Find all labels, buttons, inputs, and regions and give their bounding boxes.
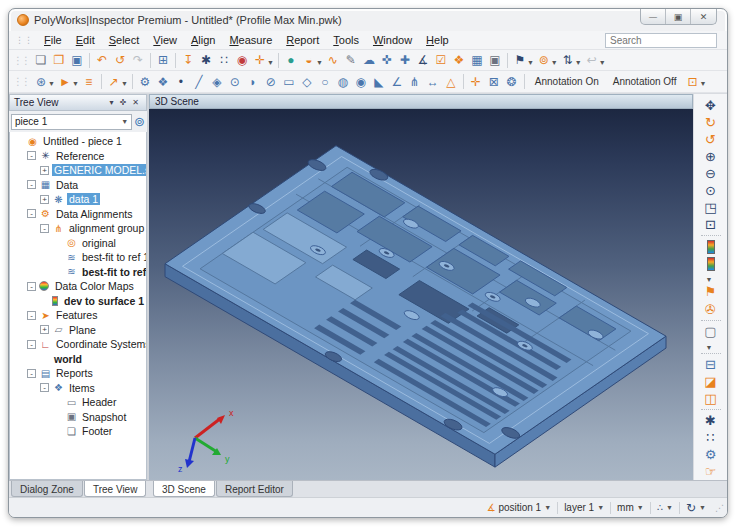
tree-item-footer[interactable]: ❏Footer xyxy=(10,424,146,439)
tree-expander-icon[interactable]: - xyxy=(40,383,49,392)
gauge-icon[interactable]: ◉ xyxy=(233,52,251,69)
tree-expander-icon[interactable]: - xyxy=(27,180,36,189)
menu-help[interactable]: Help xyxy=(419,32,456,48)
rotate-icon[interactable]: ↻ xyxy=(701,114,721,131)
curve-measure-icon[interactable]: ∿ xyxy=(324,52,342,69)
workspace-manager-icon[interactable]: ⊞ xyxy=(154,52,172,69)
toolbar-grip[interactable]: ⋮⋮ xyxy=(13,55,29,66)
tab-dialog-zone[interactable]: Dialog Zone xyxy=(11,481,83,497)
refresh-selector[interactable]: ↻ ▼ xyxy=(682,500,710,516)
tree-item-header[interactable]: ▭Header xyxy=(10,395,146,410)
tree-item-data[interactable]: -▦Data xyxy=(10,178,146,193)
digitize-mode-icon[interactable]: ∷ xyxy=(701,429,721,446)
chevron-down-icon[interactable]: ▼ xyxy=(72,80,79,87)
ellipse-feature-icon[interactable]: ○ xyxy=(316,73,334,90)
color-scale-edit-icon[interactable] xyxy=(701,255,721,272)
tree-expander-icon[interactable]: - xyxy=(27,151,36,160)
tree-item-coordinate-systems[interactable]: -∟Coordinate Systems xyxy=(10,337,146,352)
tree-item-best-fit-to-ref-1[interactable]: ≋best-fit to ref 1 xyxy=(10,250,146,265)
surface-feature-icon[interactable]: ◗ xyxy=(244,73,262,90)
annotation-on-button[interactable]: Annotation On xyxy=(529,73,605,90)
slot-feature-icon[interactable]: ⊘ xyxy=(262,73,280,90)
undo-icon[interactable]: ↶ xyxy=(93,52,111,69)
tab-report-editor[interactable]: Report Editor xyxy=(216,481,293,497)
menu-view[interactable]: View xyxy=(146,32,184,48)
add-target-icon[interactable]: ✛ xyxy=(467,73,485,90)
pin-icon[interactable]: ✜ xyxy=(117,98,130,107)
units-selector[interactable]: mm ▼ xyxy=(613,501,648,514)
tree-item-reports[interactable]: -▤Reports xyxy=(10,366,146,381)
tree-item-generic-model-stp[interactable]: +GENERIC MODEL.stp xyxy=(10,163,146,178)
pick-hand-icon[interactable]: ☞ xyxy=(701,463,721,480)
device-position-selector[interactable]: ∡ position 1 ▼ xyxy=(482,501,555,514)
import-icon[interactable]: ↧ xyxy=(179,52,197,69)
toolbar-grip[interactable]: ⋮⋮ xyxy=(13,76,29,87)
tree-expander-icon[interactable]: - xyxy=(27,282,36,291)
color-scale-icon[interactable] xyxy=(701,238,721,255)
probe-mode-icon[interactable]: ✱ xyxy=(701,412,721,429)
tree-expander-icon[interactable]: - xyxy=(27,209,36,218)
circle-feature-icon[interactable]: ⊙ xyxy=(226,73,244,90)
save-icon[interactable]: ▣ xyxy=(68,52,86,69)
tree-expander-icon[interactable]: - xyxy=(27,311,36,320)
menu-select[interactable]: Select xyxy=(102,32,147,48)
menu-tools[interactable]: Tools xyxy=(326,32,366,48)
options-gears-icon[interactable]: ⚙ xyxy=(701,446,721,463)
chevron-down-icon[interactable]: ▼ xyxy=(267,59,274,66)
tree-item-original[interactable]: ◎original xyxy=(10,236,146,251)
minimize-button[interactable]: — xyxy=(641,9,666,24)
tree-item-features[interactable]: -➤Features xyxy=(10,308,146,323)
sphere-feature-icon[interactable]: ◉ xyxy=(352,73,370,90)
new-icon[interactable]: ❏ xyxy=(32,52,50,69)
tree-expander-icon[interactable]: + xyxy=(40,195,49,204)
chevron-down-icon[interactable]: ▼ xyxy=(316,59,323,66)
cone-feature-icon[interactable]: ◣ xyxy=(370,73,388,90)
line-feature-icon[interactable]: ╱ xyxy=(190,73,208,90)
tab-3d-scene[interactable]: 3D Scene xyxy=(153,481,215,497)
tree-item-data-color-maps[interactable]: -Data Color Maps xyxy=(10,279,146,294)
torus-feature-icon[interactable]: ◍ xyxy=(334,73,352,90)
panel-close-icon[interactable]: ✕ xyxy=(129,98,142,107)
point-cloud-icon[interactable]: ☁ xyxy=(360,52,378,69)
screen-capture-icon[interactable]: ⊡ xyxy=(701,216,721,233)
maximize-button[interactable]: ▣ xyxy=(666,9,691,24)
caliper-icon[interactable]: ∡ xyxy=(414,52,432,69)
menu-file[interactable]: File xyxy=(37,32,69,48)
hierarchy-feature-icon[interactable]: ⋔ xyxy=(406,73,424,90)
view-eye-icon[interactable]: ⊙ xyxy=(701,182,721,199)
tree-item-plane[interactable]: +▱Plane xyxy=(10,323,146,338)
chevron-down-icon[interactable]: ▼ xyxy=(706,344,713,351)
tree-item-reference[interactable]: -✳Reference xyxy=(10,149,146,164)
chevron-down-icon[interactable]: ▼ xyxy=(706,276,713,283)
object-snapshot-icon[interactable]: ❖ xyxy=(450,52,468,69)
tree-item-snapshot[interactable]: ▣Snapshot xyxy=(10,410,146,425)
chevron-down-icon[interactable]: ▼ xyxy=(48,80,55,87)
resize-grip[interactable]: ⋰ xyxy=(715,503,723,513)
tab-tree-view[interactable]: Tree View xyxy=(84,481,146,497)
tree-expander-icon[interactable]: - xyxy=(27,369,36,378)
object-display-icon[interactable]: ✇ xyxy=(701,301,721,318)
undo-history-icon[interactable]: ↺ xyxy=(111,52,129,69)
vector-feature-icon[interactable]: ∠ xyxy=(388,73,406,90)
table-icon[interactable]: ▦ xyxy=(468,52,486,69)
selection-polygon-icon[interactable]: ▢ xyxy=(701,323,721,340)
pan-icon[interactable]: ✥ xyxy=(701,97,721,114)
tree-item-items[interactable]: -❖Items xyxy=(10,381,146,396)
digitize-icon[interactable]: ∷ xyxy=(215,52,233,69)
polygon2-feature-icon[interactable]: ◇ xyxy=(298,73,316,90)
gear-ball-icon[interactable]: ❂ xyxy=(503,73,521,90)
zoom-in-icon[interactable]: ⊕ xyxy=(701,148,721,165)
camera-icon[interactable]: ▣ xyxy=(486,52,504,69)
chevron-down-icon[interactable]: ▼ xyxy=(599,59,606,66)
chevron-down-icon[interactable]: ▼ xyxy=(527,59,534,66)
color-map-icon[interactable]: ● xyxy=(282,52,300,69)
open-icon[interactable]: ❐ xyxy=(50,52,68,69)
checklist-icon[interactable]: ☑ xyxy=(432,52,450,69)
layer-selector[interactable]: layer 1 ▼ xyxy=(560,501,608,514)
menu-align[interactable]: Align xyxy=(184,32,222,48)
tree-item-dev-to-surface-1[interactable]: dev to surface 1 xyxy=(10,294,146,309)
gears-icon[interactable]: ⚙ xyxy=(136,73,154,90)
polygon-feature-icon[interactable]: ◈ xyxy=(208,73,226,90)
search-input[interactable] xyxy=(606,35,728,46)
tree-item-world[interactable]: world xyxy=(10,352,146,367)
